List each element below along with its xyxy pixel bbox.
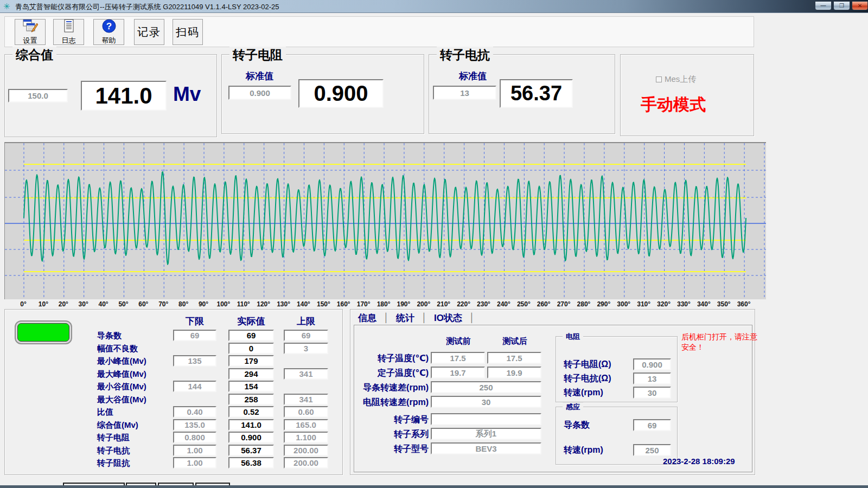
log-label: 日志 [62, 36, 76, 46]
info-row-label: 转子温度(℃) [354, 353, 429, 364]
info-row-label: 电阻转速差(rpm) [354, 397, 429, 408]
manual-mode-text: 手动模式 [641, 94, 706, 116]
x-tick-label: 70° [153, 300, 174, 308]
minimize-button[interactable]: — [815, 1, 832, 10]
status-lamp-light [17, 323, 69, 342]
results-upper-box: 341 [284, 394, 328, 405]
x-tick-label: 340° [693, 300, 714, 308]
results-column-header: 下限 [168, 315, 222, 328]
setting-value-box: 69 [633, 419, 671, 431]
composite-standard-input[interactable]: 150.0 [8, 89, 68, 102]
safety-warning-text: 后机柜门打开，请注意安全！ [681, 332, 763, 352]
info-before-box: 19.7 [431, 367, 485, 378]
results-actual-box: 141.0 [228, 419, 274, 431]
results-upper-box: 0.60 [284, 406, 328, 418]
record-button[interactable]: 记录 [134, 19, 164, 45]
results-row-label: 转子阻抗 [97, 457, 130, 468]
title-bar: ✳ 青岛艾普智能仪器有限公司--压铸转子测试系统 G202211049 V1.1… [0, 0, 868, 13]
info-row-label: 导条转速差(rpm) [354, 382, 429, 394]
results-row-label: 比值 [97, 406, 113, 418]
results-row-label: 最小谷值(Mv) [97, 381, 146, 392]
waveform-svg [5, 143, 766, 299]
x-tick-label: 300° [614, 300, 634, 308]
help-label: 帮助 [102, 36, 116, 46]
tab-strip: 信息│统计│IO状态│ [356, 311, 475, 324]
resistance-group-title: 电阻 [563, 332, 583, 342]
x-tick-label: 290° [593, 300, 614, 308]
results-lower-box: 0.40 [173, 406, 216, 418]
x-tick-label: 0° [13, 300, 34, 308]
tab-separator: │ [422, 313, 427, 323]
info-column-header: 测试后 [488, 336, 542, 346]
x-tick-label: 190° [393, 300, 414, 308]
setting-value-box: 250 [633, 444, 671, 456]
settings-icon [23, 19, 38, 35]
composite-value-display: 141.0 [81, 81, 167, 111]
setting-value-box: 0.900 [633, 358, 671, 370]
x-tick-label: 40° [93, 300, 114, 308]
x-tick-label: 220° [454, 300, 474, 308]
tab-信息[interactable]: 信息 [356, 312, 384, 324]
x-tick-label: 140° [293, 300, 314, 308]
settings-button[interactable]: 设置 [15, 19, 46, 45]
info-value-box[interactable] [431, 413, 541, 425]
x-tick-label: 170° [353, 300, 374, 308]
x-tick-label: 20° [53, 300, 74, 308]
rotor-reactance-panel: 转子电抗 标准值 13 56.37 [429, 54, 615, 134]
x-tick-label: 240° [493, 300, 514, 308]
x-tick-label: 200° [413, 300, 434, 308]
info-row-label: 转子型号 [354, 444, 429, 455]
close-button[interactable]: ✕ [852, 1, 868, 10]
resistance-standard-input[interactable]: 0.900 [228, 86, 291, 100]
x-tick-label: 210° [433, 300, 454, 308]
x-tick-label: 80° [173, 300, 194, 308]
tab-separator: │ [469, 313, 475, 323]
results-actual-box: 179 [228, 355, 274, 367]
detail-panel: 信息│统计│IO状态│ 测试前测试后转子温度(℃)17.517.5定子温度(℃)… [350, 309, 755, 475]
setting-value-box: 30 [633, 387, 671, 399]
results-upper-box: 341 [284, 368, 328, 380]
x-tick-label: 230° [474, 300, 494, 308]
log-button[interactable]: 日志 [53, 19, 84, 45]
composite-panel-title: 综合值 [12, 47, 56, 63]
results-actual-box: 294 [228, 368, 274, 380]
x-tick-label: 280° [573, 300, 594, 308]
waveform-chart [4, 142, 766, 299]
reactance-standard-label: 标准值 [459, 70, 487, 82]
results-lower-box: 69 [173, 330, 216, 341]
scan-button[interactable]: 扫码 [173, 19, 203, 45]
results-upper-box: 200.00 [284, 445, 328, 456]
reactance-panel-title: 转子电抗 [437, 47, 493, 63]
results-lower-box: 135.0 [173, 419, 216, 431]
results-lower-box: 1.00 [173, 445, 216, 456]
composite-unit-label: Mv [173, 83, 201, 106]
x-tick-label: 270° [553, 300, 574, 308]
x-tick-label: 50° [113, 300, 133, 308]
reactance-standard-input[interactable]: 13 [433, 86, 496, 100]
tab-统计[interactable]: 统计 [389, 312, 422, 324]
induction-settings-group: 感应 导条数69转速(rpm)250 [556, 407, 678, 465]
reactance-value-display: 56.37 [500, 79, 573, 108]
resistance-standard-label: 标准值 [246, 70, 273, 82]
help-button[interactable]: ? 帮助 [93, 19, 124, 45]
results-actual-box: 69 [228, 330, 274, 341]
results-upper-box: 165.0 [284, 419, 328, 431]
tab-IO状态[interactable]: IO状态 [427, 312, 469, 324]
setting-value-box: 13 [633, 373, 671, 384]
results-lower-box: 0.800 [173, 432, 216, 443]
results-row-label: 转子电阻 [97, 432, 130, 443]
x-tick-label: 350° [713, 300, 734, 308]
mes-upload-checkbox[interactable]: Mes上传 [656, 74, 696, 85]
scan-label: 扫码 [176, 25, 200, 40]
info-value-box: BEV3 [431, 442, 541, 454]
settings-label: 设置 [23, 36, 37, 46]
results-row-label: 导条数 [97, 330, 122, 341]
results-actual-box: 154 [228, 381, 274, 392]
restore-button[interactable]: ❐ [833, 1, 850, 10]
mes-upload-label: Mes上传 [665, 74, 696, 84]
x-tick-label: 330° [673, 300, 694, 308]
x-tick-label: 260° [533, 300, 554, 308]
x-tick-label: 320° [654, 300, 674, 308]
x-tick-label: 180° [373, 300, 394, 308]
results-actual-box: 56.38 [228, 457, 274, 468]
